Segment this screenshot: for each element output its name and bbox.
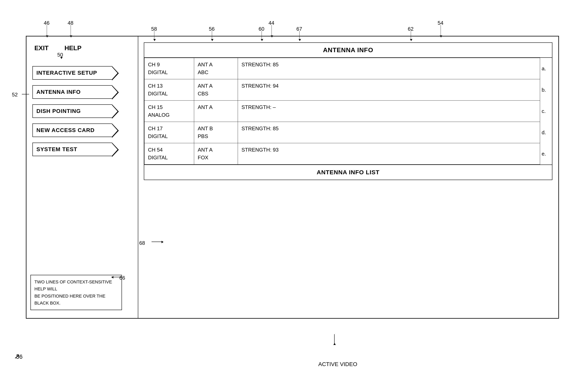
ch-type: ANALOG	[148, 112, 170, 118]
ch-number: CH 9	[148, 61, 160, 68]
antenna-row-row-a: CH 9DIGITALANT AABCSTRENGTH: 85a.	[144, 58, 552, 79]
ant-label: ANT A	[198, 104, 213, 110]
menu-list: INTERACTIVE SETUPANTENNA INFODISH POINTI…	[33, 66, 132, 156]
menu-label-dish-pointing: DISH POINTING	[36, 108, 81, 114]
strength-value: STRENGTH: –	[242, 104, 276, 110]
ref-66: 66	[119, 275, 125, 281]
antenna-table: CH 9DIGITALANT AABCSTRENGTH: 85a.CH 13DI…	[144, 58, 552, 165]
antenna-row-row-d: CH 17DIGITALANT BPBSSTRENGTH: 85d.	[144, 122, 552, 143]
antenna-info-panel: ANTENNA INFO CH 9DIGITALANT AABCSTRENGTH…	[144, 42, 553, 165]
right-panel: ANTENNA INFO CH 9DIGITALANT AABCSTRENGTH…	[144, 42, 553, 312]
antenna-row-row-e: CH 54DIGITALANT AFOXSTRENGTH: 93e.	[144, 143, 552, 165]
ch-number: CH 17	[148, 125, 163, 132]
ch-type: DIGITAL	[148, 91, 168, 96]
strength-value: STRENGTH: 85	[242, 61, 278, 68]
menu-label-new-access-card: NEW ACCESS CARD	[36, 127, 94, 133]
ch-number: CH 54	[148, 147, 163, 153]
ch-type: DIGITAL	[148, 154, 168, 161]
antenna-row-row-b: CH 13DIGITALANT ACBSSTRENGTH: 94b.	[144, 79, 552, 101]
ant-label: ANT B	[198, 125, 213, 132]
ref-52: 52	[12, 92, 18, 98]
main-diagram-box: EXIT HELP INTERACTIVE SETUPANTENNA INFOD…	[26, 36, 559, 319]
ch-type: DIGITAL	[148, 133, 168, 139]
menu-item-new-access-card[interactable]: NEW ACCESS CARD	[33, 123, 132, 137]
ref-68: 68	[139, 240, 145, 246]
ant-label: ANT A	[198, 61, 213, 68]
active-video-label: ACTIVE VIDEO	[318, 360, 357, 368]
strength-value: STRENGTH: 93	[242, 147, 278, 153]
menu-item-interactive-setup[interactable]: INTERACTIVE SETUP	[33, 66, 132, 80]
menu-item-system-test[interactable]: SYSTEM TEST	[33, 142, 132, 156]
help-button[interactable]: HELP	[65, 44, 81, 52]
row-letter-label: b.	[542, 87, 546, 93]
row-letter-label: a.	[542, 66, 546, 72]
ant-label: ANT A	[198, 83, 213, 89]
menu-label-system-test: SYSTEM TEST	[36, 146, 77, 152]
network: CBS	[198, 91, 208, 96]
exit-button[interactable]: EXIT	[35, 44, 49, 52]
row-letter-label: c.	[542, 108, 546, 114]
menu-item-dish-pointing[interactable]: DISH POINTING	[33, 104, 132, 118]
menu-label-interactive-setup: INTERACTIVE SETUP	[36, 70, 97, 76]
network: FOX	[198, 154, 208, 161]
antenna-header: ANTENNA INFO	[144, 43, 552, 58]
network: PBS	[198, 133, 208, 139]
strength-value: STRENGTH: 85	[242, 125, 278, 132]
antenna-row-row-c: CH 15ANALOGANT ASTRENGTH: –c.	[144, 101, 552, 122]
ch-type: DIGITAL	[148, 69, 168, 75]
row-letter-label: e.	[542, 151, 546, 157]
menu-label-antenna-info: ANTENNA INFO	[36, 89, 81, 95]
ch-number: CH 13	[148, 83, 163, 89]
network: ABC	[198, 69, 208, 75]
context-help-box: TWO LINES OF CONTEXT-SENSITIVE HELP WILL…	[30, 275, 122, 310]
ant-label: ANT A	[198, 147, 213, 153]
ch-number: CH 15	[148, 104, 163, 110]
row-letter-label: d.	[542, 130, 546, 135]
menu-item-antenna-info[interactable]: ANTENNA INFO	[33, 85, 132, 99]
antenna-info-list-box: ANTENNA INFO LIST	[144, 165, 553, 180]
strength-value: STRENGTH: 94	[242, 83, 278, 89]
